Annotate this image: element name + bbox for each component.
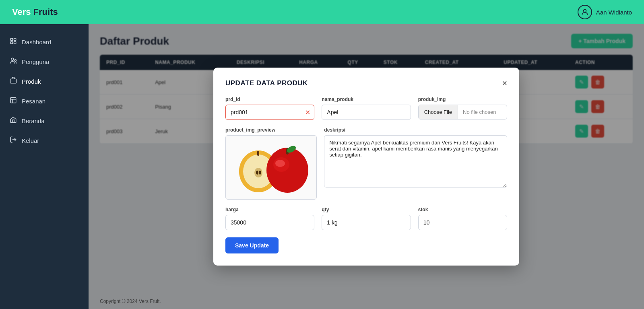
field-nama-produk: nama_produk (322, 97, 411, 120)
sidebar-item-pesanan[interactable]: Pesanan (0, 91, 89, 111)
dashboard-icon (10, 37, 17, 47)
file-no-chosen-label: No file chosen (458, 109, 501, 115)
form-row-3: harga qty stok (225, 207, 507, 230)
stok-input[interactable] (418, 215, 507, 230)
sidebar-label-beranda: Beranda (22, 117, 45, 124)
sidebar-label-keluar: Keluar (22, 137, 39, 144)
field-img-preview: product_img_preview (225, 127, 317, 200)
file-choose-button[interactable]: Choose File (419, 105, 458, 119)
svg-rect-4 (14, 42, 16, 44)
prd-id-label: prd_id (225, 97, 314, 102)
layout: Dashboard Pengguna Produk Pesanan Berand… (0, 24, 644, 309)
svg-rect-3 (10, 42, 12, 44)
qty-input[interactable] (322, 215, 411, 230)
field-prd-id: prd_id ✕ (225, 97, 314, 120)
field-stok: stok (418, 207, 507, 230)
svg-rect-2 (14, 38, 16, 40)
svg-rect-7 (10, 79, 17, 83)
form-actions: Save Update (225, 237, 507, 253)
sidebar-label-pengguna: Pengguna (22, 58, 49, 65)
sidebar: Dashboard Pengguna Produk Pesanan Berand… (0, 24, 89, 309)
modal-title: UPDATE DATA PRODUK (225, 79, 308, 87)
prd-id-clear-button[interactable]: ✕ (305, 109, 310, 116)
user-info: Aan Widianto (578, 5, 632, 19)
stok-label: stok (418, 207, 507, 212)
sidebar-item-beranda[interactable]: Beranda (0, 111, 89, 131)
logo-fruits: Fruits (31, 7, 58, 17)
field-deskripsi: deskripsi Nikmati segarnya Apel berkuali… (324, 127, 507, 200)
nama-produk-input[interactable] (322, 105, 411, 120)
form-row-2: product_img_preview (225, 127, 507, 200)
sidebar-label-pesanan: Pesanan (22, 98, 45, 105)
form-row-1: prd_id ✕ nama_produk produk_img Choos (225, 97, 507, 120)
svg-point-5 (11, 58, 14, 60)
produk-icon (10, 77, 17, 86)
file-input-wrapper: Choose File No file chosen (418, 105, 507, 119)
svg-rect-1 (10, 38, 12, 40)
field-harga: harga (225, 207, 314, 230)
main-content: Daftar Produk + Tambah Produk PRD_ID NAM… (89, 24, 644, 309)
harga-label: harga (225, 207, 314, 212)
update-modal: UPDATE DATA PRODUK × prd_id ✕ nama_produ… (213, 68, 519, 266)
svg-point-16 (256, 171, 258, 175)
svg-point-17 (259, 171, 261, 175)
pesanan-icon (10, 97, 17, 106)
deskripsi-label: deskripsi (324, 127, 507, 133)
img-preview-box (225, 135, 317, 200)
img-preview-label: product_img_preview (225, 127, 317, 133)
svg-point-0 (583, 9, 586, 12)
field-produk-img: produk_img Choose File No file chosen (418, 97, 507, 120)
sidebar-item-pengguna[interactable]: Pengguna (0, 52, 89, 72)
beranda-icon (10, 116, 17, 126)
harga-input[interactable] (225, 215, 314, 230)
qty-label: qty (322, 207, 411, 212)
keluar-icon (10, 136, 17, 145)
svg-point-21 (275, 160, 285, 167)
logo: Vers Fruits (12, 7, 58, 17)
header: Vers Fruits Aan Widianto (0, 0, 644, 24)
save-update-button[interactable]: Save Update (225, 237, 279, 253)
sidebar-item-dashboard[interactable]: Dashboard (0, 32, 89, 52)
pengguna-icon (10, 57, 17, 66)
prd-id-input[interactable] (225, 105, 314, 120)
produk-img-label: produk_img (418, 97, 507, 102)
user-name: Aan Widianto (596, 9, 632, 16)
svg-rect-18 (257, 151, 259, 156)
user-avatar-icon (578, 5, 592, 19)
svg-rect-8 (10, 97, 16, 103)
apple-preview-image (231, 137, 312, 198)
field-qty: qty (322, 207, 411, 230)
deskripsi-textarea[interactable]: Nikmati segarnya Apel berkualitas premiu… (324, 135, 507, 187)
modal-overlay: UPDATE DATA PRODUK × prd_id ✕ nama_produ… (89, 24, 644, 309)
logo-vers: Vers (12, 7, 31, 17)
svg-point-6 (14, 60, 17, 62)
sidebar-label-dashboard: Dashboard (22, 39, 51, 45)
modal-header: UPDATE DATA PRODUK × (225, 79, 507, 88)
prd-id-input-wrapper: ✕ (225, 105, 314, 120)
modal-close-button[interactable]: × (502, 79, 507, 88)
sidebar-item-keluar[interactable]: Keluar (0, 131, 89, 150)
nama-produk-label: nama_produk (322, 97, 411, 102)
sidebar-item-produk[interactable]: Produk (0, 72, 89, 91)
sidebar-label-produk: Produk (22, 78, 41, 85)
